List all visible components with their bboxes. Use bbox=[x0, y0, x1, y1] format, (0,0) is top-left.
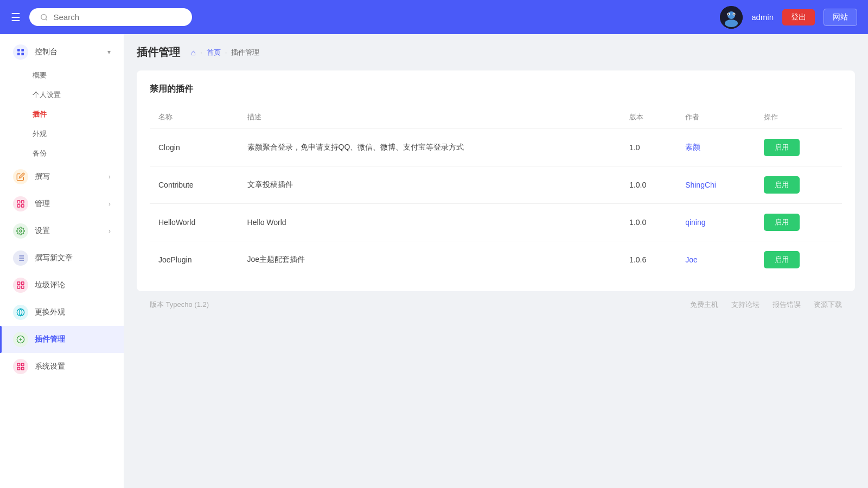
logout-button[interactable]: 登出 bbox=[782, 9, 815, 25]
admin-name-label: admin bbox=[751, 12, 774, 22]
col-author: 作者 bbox=[676, 106, 755, 129]
table-row: JoePlugin Joe主题配套插件 1.0.6 Joe 启用 bbox=[150, 241, 842, 279]
footer-links: 免费主机 支持论坛 报告错误 资源下载 bbox=[690, 300, 842, 310]
system-settings-icon bbox=[13, 359, 28, 374]
sidebar-item-spam-comments[interactable]: 垃圾评论 bbox=[0, 272, 124, 299]
write-label: 撰写 bbox=[35, 172, 50, 182]
svg-rect-12 bbox=[21, 53, 24, 55]
plugin-table: 名称 描述 版本 作者 操作 Clogin 素颜聚合登录，免申请支持QQ、微信、… bbox=[150, 106, 842, 278]
manage-label: 管理 bbox=[35, 199, 50, 209]
search-icon bbox=[40, 13, 48, 22]
plugin-card: 禁用的插件 名称 描述 版本 作者 操作 Clogin 素颜聚合登录，免申请支持… bbox=[137, 70, 855, 291]
plugin-name-contribute: Contribute bbox=[150, 166, 239, 204]
col-description: 描述 bbox=[239, 106, 621, 129]
svg-point-8 bbox=[733, 13, 735, 14]
plugin-author-joeplugin[interactable]: Joe bbox=[676, 241, 755, 279]
search-input[interactable] bbox=[54, 12, 182, 22]
plugin-desc-joeplugin: Joe主题配套插件 bbox=[239, 241, 621, 279]
svg-rect-34 bbox=[17, 367, 20, 370]
plugin-name-joeplugin: JoePlugin bbox=[150, 241, 239, 279]
version-label: 版本 Typecho (1.2) bbox=[150, 300, 209, 310]
breadcrumb: 插件管理 ⌂ · 首页 · 插件管理 bbox=[137, 45, 855, 60]
enable-button-contribute[interactable]: 启用 bbox=[764, 176, 800, 194]
footer: 版本 Typecho (1.2) 免费主机 支持论坛 报告错误 资源下载 bbox=[137, 291, 855, 318]
svg-point-7 bbox=[728, 13, 729, 14]
main-content: 插件管理 ⌂ · 首页 · 插件管理 禁用的插件 名称 描述 版本 作者 操作 bbox=[124, 34, 868, 488]
settings-arrow: › bbox=[108, 227, 111, 235]
plugin-author-clogin[interactable]: 素颜 bbox=[676, 129, 755, 166]
plugin-version-contribute: 1.0.0 bbox=[621, 166, 676, 204]
col-action: 操作 bbox=[755, 106, 842, 129]
svg-rect-16 bbox=[21, 204, 24, 207]
manage-icon bbox=[13, 196, 28, 211]
col-name: 名称 bbox=[150, 106, 239, 129]
sidebar-sub-item-appearance[interactable]: 外观 bbox=[0, 124, 124, 144]
control-panel-chevron: ▾ bbox=[107, 48, 111, 56]
sidebar-item-system-settings[interactable]: 系统设置 bbox=[0, 353, 124, 380]
settings-label: 设置 bbox=[35, 226, 50, 236]
sidebar-item-plugin-management[interactable]: 插件管理 bbox=[0, 326, 124, 353]
search-box bbox=[29, 8, 192, 26]
sidebar-sub-item-backup[interactable]: 备份 bbox=[0, 144, 124, 163]
header: ☰ admin 登出 网站 bbox=[0, 0, 868, 34]
sidebar-item-change-appearance[interactable]: 更换外观 bbox=[0, 299, 124, 326]
plugin-author-contribute[interactable]: ShingChi bbox=[676, 166, 755, 204]
home-icon: ⌂ bbox=[191, 48, 196, 57]
enable-button-joeplugin[interactable]: 启用 bbox=[764, 251, 800, 268]
plugin-mgmt-icon bbox=[13, 332, 28, 347]
settings-icon bbox=[13, 223, 28, 239]
sidebar-item-manage[interactable]: 管理 › bbox=[0, 190, 124, 217]
sidebar-item-control-panel[interactable]: 控制台 ▾ bbox=[0, 38, 124, 66]
system-settings-label: 系统设置 bbox=[35, 362, 65, 371]
spam-comments-label: 垃圾评论 bbox=[35, 280, 65, 290]
sidebar: 控制台 ▾ 概要 个人设置 插件 外观 备份 撰写 › bbox=[0, 34, 124, 488]
plugin-action-helloworld: 启用 bbox=[755, 204, 842, 241]
plugin-version-helloworld: 1.0.0 bbox=[621, 204, 676, 241]
page-title: 插件管理 bbox=[137, 45, 180, 60]
svg-rect-26 bbox=[17, 286, 20, 288]
plugin-desc-helloworld: Hello World bbox=[239, 204, 621, 241]
control-panel-icon bbox=[13, 44, 28, 60]
plugin-action-clogin: 启用 bbox=[755, 129, 842, 166]
svg-rect-24 bbox=[17, 282, 20, 285]
write-article-icon bbox=[13, 251, 28, 266]
table-row: Clogin 素颜聚合登录，免申请支持QQ、微信、微博、支付宝等登录方式 1.0… bbox=[150, 129, 842, 166]
svg-point-28 bbox=[17, 309, 24, 316]
breadcrumb-current: 插件管理 bbox=[231, 48, 259, 57]
enable-button-helloworld[interactable]: 启用 bbox=[764, 214, 800, 231]
svg-rect-13 bbox=[17, 201, 20, 203]
svg-rect-15 bbox=[17, 204, 20, 207]
avatar bbox=[720, 6, 743, 29]
svg-rect-27 bbox=[21, 286, 24, 288]
svg-rect-35 bbox=[21, 367, 24, 370]
sidebar-sub-item-plugins[interactable]: 插件 bbox=[0, 105, 124, 124]
breadcrumb-home-link[interactable]: 首页 bbox=[207, 48, 221, 57]
plugin-version-joeplugin: 1.0.6 bbox=[621, 241, 676, 279]
menu-icon[interactable]: ☰ bbox=[11, 11, 21, 24]
footer-link-free-host[interactable]: 免费主机 bbox=[690, 300, 718, 310]
svg-line-1 bbox=[46, 18, 47, 20]
footer-link-resource-download[interactable]: 资源下载 bbox=[814, 300, 842, 310]
site-button[interactable]: 网站 bbox=[824, 9, 857, 26]
write-icon bbox=[13, 169, 28, 184]
sidebar-item-write-article[interactable]: 撰写新文章 bbox=[0, 245, 124, 272]
plugin-author-helloworld[interactable]: qining bbox=[676, 204, 755, 241]
header-left: ☰ bbox=[11, 8, 192, 26]
plugin-version-clogin: 1.0 bbox=[621, 129, 676, 166]
sidebar-item-settings[interactable]: 设置 › bbox=[0, 217, 124, 245]
svg-point-4 bbox=[725, 20, 738, 27]
plugin-action-contribute: 启用 bbox=[755, 166, 842, 204]
sidebar-item-write[interactable]: 撰写 › bbox=[0, 163, 124, 190]
enable-button-clogin[interactable]: 启用 bbox=[764, 139, 800, 156]
footer-link-support-forum[interactable]: 支持论坛 bbox=[731, 300, 760, 310]
table-row: Contribute 文章投稿插件 1.0.0 ShingChi 启用 bbox=[150, 166, 842, 204]
sidebar-sub-item-personal-settings[interactable]: 个人设置 bbox=[0, 85, 124, 105]
svg-rect-32 bbox=[17, 363, 20, 366]
change-appearance-icon bbox=[13, 305, 28, 320]
table-row: HelloWorld Hello World 1.0.0 qining 启用 bbox=[150, 204, 842, 241]
svg-point-0 bbox=[41, 14, 47, 20]
breadcrumb-sep-2: · bbox=[225, 48, 227, 56]
plugin-name-clogin: Clogin bbox=[150, 129, 239, 166]
sidebar-sub-item-summary[interactable]: 概要 bbox=[0, 66, 124, 85]
footer-link-report-error[interactable]: 报告错误 bbox=[773, 300, 801, 310]
